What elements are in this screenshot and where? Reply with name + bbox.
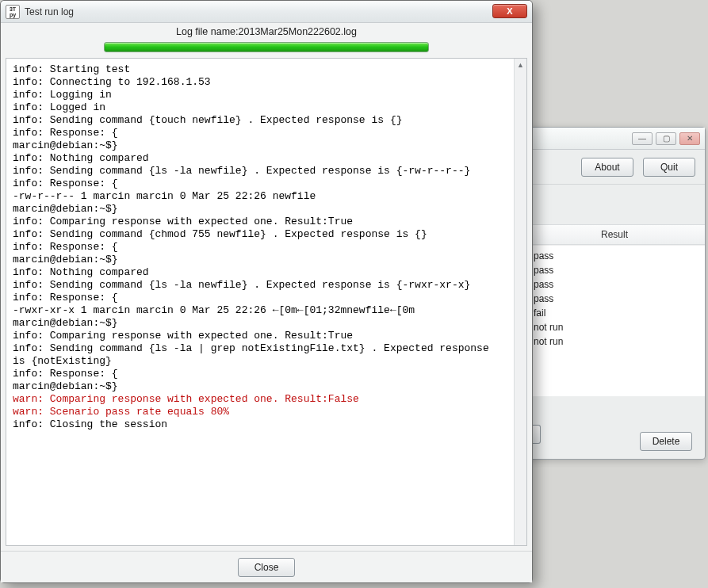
log-line: marcin@debian:~$} — [13, 380, 507, 393]
log-line: marcin@debian:~$} — [13, 254, 507, 266]
close-x-icon: X — [507, 6, 512, 16]
result-row[interactable]: pass — [534, 277, 695, 292]
result-row[interactable]: fail — [534, 306, 695, 320]
about-button[interactable]: About — [581, 158, 633, 177]
result-row[interactable]: pass — [534, 263, 695, 277]
log-scrollbar[interactable]: ▲ — [514, 59, 526, 545]
log-line: info: Sending command {chmod 755 newfile… — [13, 228, 507, 241]
log-line: info: Comparing response with expected o… — [13, 330, 507, 342]
log-line: info: Response: { — [13, 178, 507, 190]
log-line: info: Sending command {ls -la newfile} .… — [13, 279, 507, 292]
log-line: info: Closing the session — [13, 418, 507, 431]
test-run-log-dialog: 3T py Test run log X Log file name: 2013… — [0, 0, 533, 583]
main-toolbar: About Quit — [524, 150, 705, 185]
result-row[interactable]: not run — [534, 334, 695, 349]
dialog-titlebar-close-button[interactable]: X — [492, 4, 527, 18]
scroll-up-icon[interactable]: ▲ — [515, 59, 526, 71]
log-line: info: Response: { — [13, 241, 507, 254]
maximize-button[interactable]: ▢ — [656, 132, 676, 145]
log-line: -rwxr-xr-x 1 marcin marcin 0 Mar 25 22:2… — [13, 304, 507, 317]
log-line: marcin@debian:~$} — [13, 203, 507, 216]
log-line: info: Response: { — [13, 127, 507, 139]
log-line: marcin@debian:~$} — [13, 139, 507, 152]
log-line: info: Logging in — [13, 89, 507, 101]
quit-button[interactable]: Quit — [643, 158, 695, 177]
dialog-titlebar: 3T py Test run log X — [1, 1, 532, 23]
close-icon: ✕ — [687, 134, 693, 143]
log-line: info: Response: { — [13, 292, 507, 304]
result-row[interactable]: not run — [534, 320, 695, 334]
log-line: info: Sending command {ls -la | grep not… — [13, 342, 507, 368]
log-line: warn: Comparing response with expected o… — [13, 393, 507, 406]
log-line: info: Starting test — [13, 63, 507, 76]
main-app-window: — ▢ ✕ About Quit Result passpasspasspass… — [523, 127, 706, 460]
maximize-icon: ▢ — [663, 134, 670, 143]
progress-bar-container — [1, 40, 532, 56]
log-line: marcin@debian:~$} — [13, 317, 507, 330]
log-file-name-prefix: Log file name: — [176, 26, 239, 37]
log-output-frame: info: Starting testinfo: Connecting to 1… — [6, 58, 527, 546]
dialog-title: Test run log — [25, 6, 74, 17]
minimize-button[interactable]: — — [632, 132, 653, 145]
log-line: info: Comparing response with expected o… — [13, 216, 507, 228]
log-output[interactable]: info: Starting testinfo: Connecting to 1… — [6, 59, 514, 545]
main-titlebar: — ▢ ✕ — [524, 128, 705, 150]
log-line: info: Nothing compared — [13, 266, 507, 279]
results-panel: Result passpasspasspassfailnot runnot ru… — [524, 185, 705, 396]
log-line: info: Connecting to 192.168.1.53 — [13, 76, 507, 89]
result-column-header[interactable]: Result — [524, 224, 705, 245]
log-line: info: Nothing compared — [13, 152, 507, 165]
log-line: info: Response: { — [13, 368, 507, 380]
result-row[interactable]: pass — [534, 292, 695, 306]
app-icon: 3T py — [6, 5, 20, 19]
main-close-button[interactable]: ✕ — [679, 132, 700, 145]
result-list[interactable]: passpasspasspassfailnot runnot run — [524, 245, 705, 396]
log-line: info: Sending command {touch newfile} . … — [13, 114, 507, 127]
log-file-name-value: 2013Mar25Mon222602.log — [239, 26, 357, 37]
dialog-footer: Close — [1, 551, 532, 582]
app-icon-text-top: 3T — [10, 6, 16, 12]
progress-bar — [104, 42, 429, 52]
delete-button[interactable]: Delete — [640, 432, 692, 451]
main-footer: Delete — [524, 432, 705, 451]
close-button[interactable]: Close — [238, 558, 295, 577]
log-line: warn: Scenario pass rate equals 80% — [13, 406, 507, 418]
log-line: info: Logged in — [13, 101, 507, 114]
app-icon-text-bot: py — [10, 12, 16, 17]
log-file-name-label: Log file name: 2013Mar25Mon222602.log — [1, 23, 532, 40]
result-row[interactable]: pass — [534, 249, 695, 263]
minimize-icon: — — [638, 134, 646, 143]
log-line: -rw-r--r-- 1 marcin marcin 0 Mar 25 22:2… — [13, 190, 507, 203]
log-line: info: Sending command {ls -la newfile} .… — [13, 165, 507, 178]
